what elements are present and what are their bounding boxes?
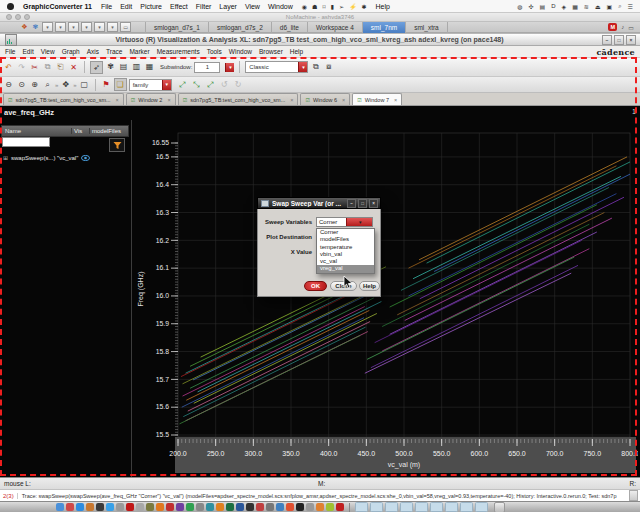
workspace-tab-d6_lite[interactable]: d6_lite xyxy=(272,22,308,33)
virtuoso-menu-measurements[interactable]: Measurements xyxy=(157,48,200,55)
macos-menu-picture[interactable]: Picture xyxy=(140,3,162,10)
fit-y-icon[interactable]: ⤢ xyxy=(205,79,216,90)
virtuoso-menu-edit[interactable]: Edit xyxy=(22,48,33,55)
label-note-icon[interactable]: ❏ xyxy=(114,78,127,91)
dock-icon[interactable] xyxy=(306,503,314,511)
macos-help-menu[interactable]: Help xyxy=(375,3,389,10)
style-caret-icon[interactable]: ▼ xyxy=(298,62,307,72)
cursor-icon[interactable]: ➢ xyxy=(339,3,344,10)
magnifier-icon[interactable]: ⌕ xyxy=(42,79,53,90)
ok-button[interactable]: OK xyxy=(304,281,327,291)
copy-icon[interactable]: ⧉ xyxy=(42,62,53,73)
virtuoso-menu-tools[interactable]: Tools xyxy=(207,48,222,55)
palette-icon[interactable]: ❖ xyxy=(20,23,29,31)
dock-icon[interactable] xyxy=(236,503,244,511)
dock-icon[interactable] xyxy=(96,503,104,511)
virtuoso-menu-marker[interactable]: Marker xyxy=(129,48,149,55)
window-traffic-lights[interactable] xyxy=(6,14,30,20)
macos-menu-edit[interactable]: Edit xyxy=(120,3,132,10)
paste-icon[interactable]: ⎗ xyxy=(55,62,66,73)
tab-close-icon[interactable]: × xyxy=(394,97,397,103)
minimize-button[interactable]: – xyxy=(602,35,612,45)
dock-icon[interactable] xyxy=(176,503,184,511)
family-combobox[interactable]: family ▼ xyxy=(129,79,172,91)
dock-icon[interactable] xyxy=(76,503,84,511)
dock-icon[interactable] xyxy=(256,503,264,511)
workspace-tab-smlogan_d7s_1[interactable]: smlogan_d7s_1 xyxy=(145,22,209,33)
screen-icon[interactable]: ▣ xyxy=(607,3,613,10)
dialog-titlebar[interactable]: Swap Sweep Var (or ... –□× xyxy=(257,197,381,209)
zoom-circle-icon[interactable]: ⊙ xyxy=(16,79,27,90)
eject-icon[interactable]: ⏏ xyxy=(595,3,601,10)
tool-dropdown[interactable]: ▾ xyxy=(55,22,66,32)
workspace-tab-sml_xtra[interactable]: sml_xtra xyxy=(406,22,448,33)
fit-xy-icon[interactable]: ⤢ xyxy=(177,79,188,90)
battery-icon[interactable]: ▮ xyxy=(331,3,334,10)
column-modelfiles[interactable]: modelFiles xyxy=(90,128,128,134)
macos-menu-file[interactable]: File xyxy=(101,3,112,10)
doc-tab-sdn7pg5-tb-test-com-high-vco-sm-[interactable]: ☑sdn7pg5_TB:test_com_high_vco_sm...× xyxy=(3,93,124,105)
vsplit-icon[interactable]: ▥ xyxy=(131,61,142,72)
virtuoso-menu-help[interactable]: Help xyxy=(290,48,303,55)
dock-icon[interactable] xyxy=(296,503,304,511)
dock-icon[interactable] xyxy=(326,503,334,511)
pointer-tool-icon[interactable]: ➶ xyxy=(90,61,103,74)
list-icon[interactable]: ☰ xyxy=(628,3,633,10)
workspace-tab-sml_7nm[interactable]: sml_7nm xyxy=(363,22,406,33)
dropdown-option-corner[interactable]: Corner xyxy=(317,229,374,236)
hsplit-icon[interactable]: ▤ xyxy=(118,61,129,72)
column-name[interactable]: Name xyxy=(2,128,72,134)
browse-icon[interactable]: ✾ xyxy=(31,23,40,31)
doc-tab-window-2[interactable]: ☑Window 2× xyxy=(126,93,176,105)
delete-icon[interactable]: ✕ xyxy=(68,62,79,73)
tab-close-icon[interactable]: × xyxy=(290,97,293,103)
doc-tab-window-6[interactable]: ☑Window 6× xyxy=(300,93,350,105)
macos-menu-effect[interactable]: Effect xyxy=(170,3,188,10)
virtuoso-menu-window[interactable]: Window xyxy=(229,48,252,55)
dock-icon[interactable] xyxy=(336,503,344,511)
column-vis[interactable]: Vis xyxy=(72,128,90,134)
dropdown-option-vreg_val[interactable]: vreg_val xyxy=(317,265,374,272)
dock-icon[interactable] xyxy=(196,503,204,511)
virtuoso-menu-graph[interactable]: Graph xyxy=(62,48,80,55)
dock-minimized-window[interactable] xyxy=(385,502,398,512)
macos-menu-filter[interactable]: Filter xyxy=(196,3,212,10)
dock-minimized-window[interactable] xyxy=(415,502,428,512)
dock-icon[interactable] xyxy=(116,503,124,511)
undo-icon[interactable]: ↶ xyxy=(3,62,14,73)
gear-icon[interactable]: ✱ xyxy=(361,3,366,10)
macos-menu-layer[interactable]: Layer xyxy=(219,3,237,10)
dock-icon[interactable] xyxy=(166,503,174,511)
workspace-tab-Workspace 4[interactable]: Workspace 4 xyxy=(308,22,363,33)
virtuoso-menu-file[interactable]: File xyxy=(5,48,15,55)
zoom-in-icon[interactable]: ⊕ xyxy=(29,79,40,90)
dock-icon[interactable] xyxy=(266,503,274,511)
name-filter-input[interactable] xyxy=(2,137,50,147)
dock-icon[interactable] xyxy=(186,503,194,511)
spotlight-icon[interactable]: ⌕ xyxy=(618,3,621,10)
dock-icon[interactable] xyxy=(276,503,284,511)
marker-flag-icon[interactable]: ⚑ xyxy=(101,79,112,90)
tab-close-icon[interactable]: × xyxy=(167,97,170,103)
dialog-minimize-button[interactable]: – xyxy=(347,199,356,208)
overflow-chevron-icon[interactable]: » xyxy=(55,82,58,88)
subwindow-spinbox[interactable]: 1 xyxy=(194,62,220,73)
record-icon[interactable]: ◉ xyxy=(302,3,307,10)
macos-app-name[interactable]: GraphicConverter 11 xyxy=(23,3,92,10)
new-subwindow-icon[interactable]: ⧉ xyxy=(310,62,321,73)
dropdown-option-temperature[interactable]: temperature xyxy=(317,244,374,251)
dock-minimized-window[interactable] xyxy=(370,502,383,512)
dialog-maximize-button[interactable]: □ xyxy=(358,199,367,208)
trace-tree-item[interactable]: ⊞ swapSweep(s...) "vc_val" xyxy=(3,154,90,161)
tab-close-icon[interactable]: × xyxy=(342,97,345,103)
visibility-eye-icon[interactable] xyxy=(81,155,90,161)
virtuoso-menu-trace[interactable]: Trace xyxy=(106,48,122,55)
dock-minimized-window[interactable] xyxy=(355,502,368,512)
combo-caret-icon[interactable]: ▼ xyxy=(346,218,373,226)
style-combobox[interactable]: Classic ▼ xyxy=(245,61,308,73)
dock-minimized-window[interactable] xyxy=(445,502,458,512)
user-icon[interactable]: ☗ xyxy=(312,3,317,10)
dropdown-option-modelfiles[interactable]: modelFiles xyxy=(317,236,374,243)
macos-menu-view[interactable]: View xyxy=(245,3,260,10)
expander-icon[interactable]: ⊞ xyxy=(3,154,8,161)
